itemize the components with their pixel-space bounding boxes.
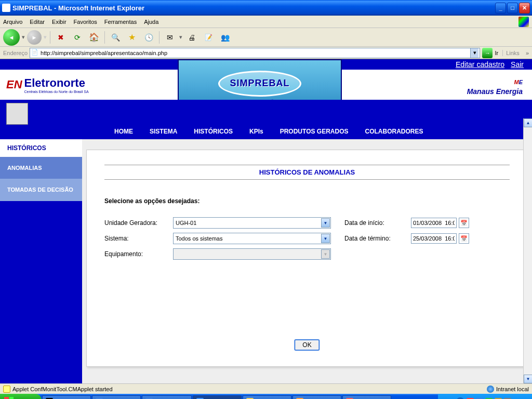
link-editar-cadastro[interactable]: Editar cadastro [456, 60, 504, 69]
select-equipamento: ▼ [173, 248, 331, 260]
window-titlebar: SIMPREBAL - Microsoft Internet Explorer … [0, 0, 532, 16]
history-button[interactable]: 🕓 [141, 30, 156, 45]
scroll-down-button[interactable]: ▼ [524, 375, 532, 383]
status-text: Applet ConfMonitTool.CMApplet started [12, 386, 113, 392]
select-unidade[interactable]: UGH-01 ▼ [173, 217, 331, 229]
sidebar-heading: HISTÓRICOS [0, 139, 82, 157]
menu-ferramentas[interactable]: Ferramentas [104, 19, 137, 25]
menu-editar[interactable]: Editar [30, 19, 45, 25]
page-content: Editar cadastro Sair EN Eletronorte Cent… [0, 59, 532, 383]
favorites-button[interactable]: ★ [125, 30, 139, 45]
main-nav: HOME SISTEMA HISTÓRICOS KPIs PRODUTOS GE… [114, 128, 423, 135]
go-button[interactable]: → [482, 48, 493, 58]
address-label: Endereço [3, 50, 28, 56]
nav-home[interactable]: HOME [114, 128, 133, 135]
menu-arquivo[interactable]: Arquivo [3, 19, 22, 25]
mail-button[interactable]: ✉ [163, 30, 177, 45]
page-icon: 📄 [31, 49, 39, 57]
label-inicio: Data de início: [344, 219, 411, 227]
system-tray: EN ‹ 16:01 [438, 394, 532, 399]
nav-historicos[interactable]: HISTÓRICOS [194, 128, 233, 135]
menubar: Arquivo Editar Exibir Favoritos Ferramen… [0, 16, 532, 28]
taskbar: Iniciar 2 Proces...▾ Smar DFI ... Smar D… [0, 394, 532, 399]
eletronorte-logo: EN Eletronorte Centrais Elétricas do Nor… [0, 76, 89, 94]
forward-button[interactable]: ► [27, 30, 42, 45]
form-instruction: Selecione as opções desejadas: [104, 197, 510, 205]
task-item[interactable]: Smar DD S... [142, 395, 192, 399]
address-input[interactable] [41, 50, 470, 56]
warning-icon [3, 385, 10, 393]
nav-kpis[interactable]: KPIs [249, 128, 263, 135]
toolbar: ◄ ▾ ► ▾ ✖ ⟳ 🏠 🔍 ★ 🕓 ✉ ▾ 🖨 📝 👥 [0, 28, 532, 47]
label-termino: Data de término: [344, 235, 411, 242]
user-avatar [6, 103, 28, 125]
print-button[interactable]: 🖨 [184, 30, 199, 45]
input-data-inicio[interactable] [411, 218, 457, 228]
close-button[interactable]: ✕ [519, 3, 530, 14]
task-item[interactable]: imagem - ... [342, 395, 391, 399]
address-field[interactable]: 📄 ▾ [30, 48, 480, 58]
refresh-button[interactable]: ⟳ [70, 30, 85, 45]
label-unidade: Unidade Geradora: [104, 219, 173, 227]
links-label[interactable]: Links [502, 50, 523, 56]
nav-sistema[interactable]: SISTEMA [150, 128, 177, 135]
label-sistema: Sistema: [104, 235, 173, 242]
start-button[interactable]: Iniciar [0, 394, 42, 399]
back-button[interactable]: ◄ [3, 29, 20, 46]
ok-button[interactable]: OK [294, 339, 320, 351]
status-zone: Intranet local [496, 386, 529, 392]
go-label: Ir [495, 50, 498, 56]
main-panel: HISTÓRICOS DE ANOMALIAS Selecione as opç… [82, 139, 532, 383]
calendar-icon-termino[interactable]: 📅 [459, 233, 469, 244]
address-bar: Endereço 📄 ▾ → Ir Links » [0, 47, 532, 59]
minimize-button[interactable]: _ [495, 3, 506, 14]
forward-dropdown[interactable]: ▾ [44, 34, 47, 41]
window-title: SIMPREBAL - Microsoft Internet Explorer [12, 4, 495, 12]
sidebar-item-anomalias[interactable]: ANOMALIAS [0, 157, 82, 179]
back-dropdown[interactable]: ▾ [22, 34, 25, 41]
zone-icon [487, 385, 494, 393]
link-sair[interactable]: Sair [511, 60, 524, 69]
chevron-down-icon[interactable]: ▼ [321, 234, 330, 243]
nav-band: HOME SISTEMA HISTÓRICOS KPIs PRODUTOS GE… [0, 100, 532, 139]
maximize-button[interactable]: □ [507, 3, 518, 14]
task-item[interactable]: Smar DFI ... [92, 395, 141, 399]
panel-title: HISTÓRICOS DE ANOMALIAS [104, 165, 510, 180]
task-item[interactable]: 3 Windo...▾ [243, 395, 291, 399]
sidebar-item-tomadas[interactable]: TOMADAS DE DECISÃO [0, 179, 82, 201]
vertical-scrollbar[interactable]: ▲ ▼ [523, 118, 532, 383]
task-item[interactable]: 3 Aplicati...▾ [292, 395, 341, 399]
select-sistema[interactable]: Todos os sistemas ▼ [173, 233, 331, 244]
home-button[interactable]: 🏠 [87, 30, 101, 45]
chevron-down-icon[interactable]: ▼ [321, 218, 330, 228]
stop-button[interactable]: ✖ [54, 30, 68, 45]
menu-favoritos[interactable]: Favoritos [74, 19, 97, 25]
label-equipamento: Equipamento: [104, 250, 173, 258]
nav-produtos[interactable]: PRODUTOS GERADOS [280, 128, 349, 135]
chevron-down-icon: ▼ [321, 249, 330, 259]
menu-exibir[interactable]: Exibir [52, 19, 66, 25]
menu-ajuda[interactable]: Ajuda [144, 19, 158, 25]
address-dropdown[interactable]: ▾ [470, 48, 478, 58]
task-item[interactable]: 2 Proces...▾ [42, 395, 91, 399]
input-data-termino[interactable] [411, 233, 457, 244]
manaus-energia-logo: ME Manaus Energia [467, 74, 532, 96]
edit-button[interactable]: 📝 [201, 30, 216, 45]
scroll-up-button[interactable]: ▲ [524, 118, 532, 127]
windows-flag-icon [518, 17, 529, 27]
messenger-button[interactable]: 👥 [218, 30, 232, 45]
calendar-icon-inicio[interactable]: 📅 [459, 218, 469, 228]
status-bar: Applet ConfMonitTool.CMApplet started In… [0, 383, 532, 394]
search-button[interactable]: 🔍 [108, 30, 123, 45]
app-icon [2, 4, 10, 12]
task-item-active[interactable]: 2 Intern...▾ [193, 395, 242, 399]
mail-dropdown[interactable]: ▾ [179, 34, 182, 41]
content-area: HISTÓRICOS ANOMALIAS TOMADAS DE DECISÃO … [0, 139, 532, 383]
sidebar: HISTÓRICOS ANOMALIAS TOMADAS DE DECISÃO [0, 139, 82, 383]
nav-colaboradores[interactable]: COLABORADORES [365, 128, 423, 135]
windows-logo-icon [4, 397, 14, 399]
